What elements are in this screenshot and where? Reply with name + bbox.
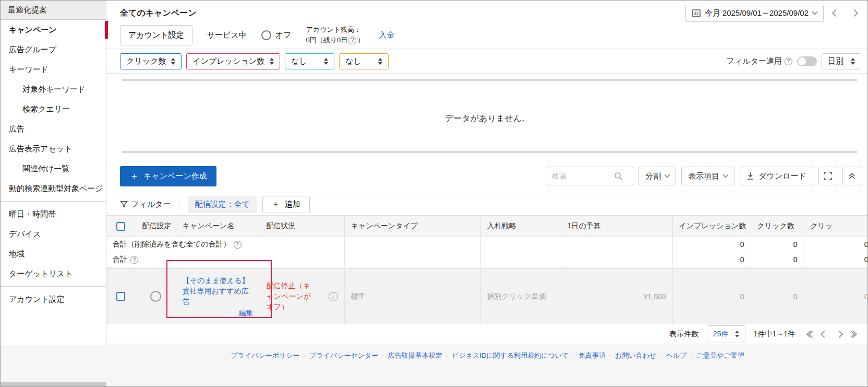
granularity-selector[interactable]: 日別 <box>822 53 861 69</box>
empty-cell <box>480 252 561 267</box>
chevron-right-icon <box>851 9 858 17</box>
row-checkbox[interactable] <box>116 292 125 301</box>
add-filter-button[interactable]: ＋ 追加 <box>262 196 310 213</box>
sidebar-item-dynamic-search-pages[interactable]: 動的検索連動型対象ページ <box>1 179 106 198</box>
help-icon[interactable]: ? <box>785 57 792 65</box>
sidebar-item-region[interactable]: 地域 <box>1 244 106 264</box>
sidebar-item-keyword[interactable]: キーワード <box>1 60 106 79</box>
total-label: 合計 <box>113 255 127 264</box>
col-daily-budget[interactable]: 1日の予算 <box>561 216 672 237</box>
total-all-label: 合計（削除済みを含む全ての合計） <box>113 240 231 249</box>
metric-selector-3[interactable]: なし <box>285 53 334 69</box>
granularity-label: 日別 <box>828 56 843 66</box>
date-prev-button[interactable] <box>829 6 842 20</box>
campaign-name-link[interactable]: 【そのまま使える】貴社専用おすすめ広告 <box>183 275 254 307</box>
footer-link-contact[interactable]: お問い合わせ <box>615 351 656 359</box>
footer-link-help[interactable]: ヘルプ <box>666 351 687 359</box>
next-page-button[interactable] <box>837 332 842 337</box>
double-chevron-up-icon <box>848 172 856 180</box>
split-button[interactable]: 分割 <box>638 167 676 185</box>
sidebar-item-day-time[interactable]: 曜日・時間帯 <box>1 204 106 224</box>
footer-separator: - <box>609 351 611 359</box>
footer-separator: - <box>660 351 662 359</box>
sidebar-item-label: 検索クエリー <box>22 104 70 114</box>
fullscreen-button[interactable] <box>818 167 837 185</box>
deposit-link[interactable]: 入金 <box>379 30 394 40</box>
info-icon[interactable]: i <box>329 292 338 301</box>
select-all-checkbox[interactable] <box>116 222 125 231</box>
sidebar-item-label: ターゲットリスト <box>9 269 73 279</box>
filter-apply-toggle[interactable] <box>797 56 817 66</box>
col-ctr[interactable]: クリッ <box>804 216 868 237</box>
sidebar-divider <box>1 286 106 287</box>
sidebar-item-ad[interactable]: 広告 <box>1 119 106 139</box>
spinner-arrows-icon <box>851 58 855 65</box>
date-range-picker[interactable]: 31 今月 2025/09/01～2025/09/02 <box>685 5 824 22</box>
row-clicks-cell: 0 <box>751 269 804 324</box>
metric-selector-2[interactable]: インプレッション数 <box>186 53 280 69</box>
prev-page-button[interactable] <box>822 332 827 337</box>
footer-link-ad-rules[interactable]: 広告取扱基本規定 <box>388 351 442 359</box>
first-page-button[interactable] <box>807 332 812 337</box>
help-icon[interactable]: ? <box>348 37 356 44</box>
sidebar-nav: キャンペーン 広告グループ キーワード 対象外キーワード 検索クエリー 広告 広… <box>1 20 106 309</box>
delivery-setting-chip[interactable]: 配信設定：全て <box>188 196 256 213</box>
footer-link-privacy-policy[interactable]: プライバシーポリシー <box>231 351 299 359</box>
create-campaign-button[interactable]: ＋ キャンペーン作成 <box>120 166 216 186</box>
sidebar-item-optimization[interactable]: 最適化提案 <box>1 1 106 20</box>
sidebar-item-association-list[interactable]: 関連付け一覧 <box>1 159 106 179</box>
sidebar-item-ad-group[interactable]: 広告グループ <box>1 40 106 60</box>
select-all-cell <box>106 216 136 237</box>
last-page-button[interactable] <box>852 332 856 337</box>
col-impressions[interactable]: インプレッション数 <box>672 216 751 237</box>
footer-links: プライバシーポリシー-プライバシーセンター-広告取扱基本規定-ビジネスIDに関す… <box>106 351 868 360</box>
col-clicks[interactable]: クリック数 <box>751 216 804 237</box>
sidebar-item-target-list[interactable]: ターゲットリスト <box>1 264 106 284</box>
columns-button[interactable]: 表示項目 <box>681 167 734 185</box>
sidebar-item-ad-assets[interactable]: 広告表示アセット <box>1 139 106 159</box>
page-size-selector[interactable]: 25件 <box>707 325 745 343</box>
search-input[interactable] <box>552 172 613 180</box>
main-content: 全てのキャンペーン 31 今月 2025/09/01～2025/09/02 アカ… <box>106 1 868 387</box>
sidebar-item-label: キーワード <box>9 65 49 75</box>
footer-link-privacy-center[interactable]: プライバシーセンター <box>309 351 378 359</box>
page-size-label: 表示件数 <box>669 330 698 339</box>
date-next-button[interactable] <box>848 6 861 20</box>
download-button[interactable]: ダウンロード <box>740 167 813 185</box>
footer-link-disclaimer[interactable]: 免責事項 <box>578 351 606 359</box>
account-settings-button[interactable]: アカウント設定 <box>120 25 192 45</box>
col-delivery-status[interactable]: 配信状況 <box>260 216 344 237</box>
empty-cell <box>561 237 672 252</box>
row-delivery-cell <box>136 269 176 324</box>
campaign-table: 配信設定 キャンペーン名 配信状況 キャンペーンタイプ 入札戦略 1日の予算 イ… <box>106 215 868 324</box>
edit-link[interactable]: 編集 <box>183 309 254 318</box>
chevron-left-icon <box>821 330 828 337</box>
metric-selector-4[interactable]: なし <box>339 53 389 69</box>
col-bid-strategy[interactable]: 入札戦略 <box>480 216 561 237</box>
plus-icon: ＋ <box>129 171 139 181</box>
col-campaign-type[interactable]: キャンペーンタイプ <box>344 216 480 237</box>
service-toggle-label: オフ <box>275 30 292 40</box>
col-delivery-setting[interactable]: 配信設定 <box>136 216 176 237</box>
sidebar-item-device[interactable]: デバイス <box>1 224 106 244</box>
date-range-label: 今月 2025/09/01～2025/09/02 <box>705 8 809 18</box>
col-campaign-name[interactable]: キャンペーン名 <box>176 216 260 237</box>
help-icon[interactable]: ? <box>234 241 242 249</box>
footer-link-feedback[interactable]: ご意見やご要望 <box>696 351 744 359</box>
delivery-toggle-icon[interactable] <box>150 291 161 302</box>
sidebar-item-label: 動的検索連動型対象ページ <box>9 184 103 194</box>
horizontal-scrollbar[interactable] <box>1 382 106 386</box>
help-icon[interactable]: ? <box>130 256 138 264</box>
footer-link-business-id-terms[interactable]: ビジネスIDに関する利用規約について <box>452 351 569 359</box>
service-toggle[interactable]: オフ <box>261 30 292 40</box>
metric-selector-1[interactable]: クリック数 <box>120 53 182 69</box>
sidebar-item-search-query[interactable]: 検索クエリー <box>1 99 106 119</box>
sidebar-item-campaign[interactable]: キャンペーン <box>1 20 106 40</box>
metric-label: インプレッション数 <box>192 56 264 66</box>
filter-button[interactable]: フィルター <box>120 200 171 209</box>
collapse-button[interactable] <box>842 167 861 185</box>
sidebar-item-account-settings[interactable]: アカウント設定 <box>1 289 106 309</box>
search-icon[interactable] <box>613 171 623 181</box>
total-all-ctr: 0. <box>804 237 868 252</box>
sidebar-item-negative-keyword[interactable]: 対象外キーワード <box>1 79 106 99</box>
